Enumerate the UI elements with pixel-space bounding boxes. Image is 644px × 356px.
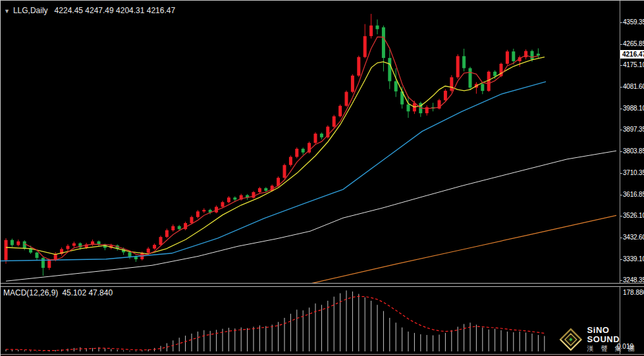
- current-price-badge: 4216.47: [620, 50, 644, 59]
- logo-name-label: SiNO SOUND: [587, 326, 644, 344]
- macd-axis-max-label: 178.886: [623, 289, 644, 296]
- chart-window: ▼LLG,Daily4224.45 4247.49 4204.31 4216.4…: [0, 0, 644, 356]
- ohlc-values-label: 4224.45 4247.49 4204.31 4216.47: [55, 6, 176, 15]
- price-axis-label: 4359.35: [623, 18, 644, 26]
- collapse-ohlc-icon[interactable]: ▼: [4, 8, 10, 14]
- price-axis-label: 3339.10: [623, 255, 644, 263]
- price-axis-label: 3526.10: [623, 212, 644, 220]
- price-axis-label: 3710.35: [623, 169, 644, 177]
- price-axis-label: 3432.60: [623, 234, 644, 242]
- macd-values-label: 45.102 47.840: [62, 288, 113, 297]
- price-axis-label: 4175.10: [623, 61, 644, 69]
- panel-splitter[interactable]: [1, 283, 644, 287]
- price-axis-label: 3616.85: [623, 191, 644, 199]
- price-axis-label: 4265.85: [623, 40, 644, 48]
- price-axis-label: 3897.35: [623, 126, 644, 134]
- price-axis-label: 3988.10: [623, 105, 644, 113]
- sino-sound-diamond-icon: [559, 328, 583, 351]
- chart-title-bar: ▼LLG,Daily4224.45 4247.49 4204.31 4216.4…: [4, 6, 175, 15]
- macd-label-row: MACD(12,26,9)45.102 47.840: [3, 288, 113, 297]
- symbol-period-label: LLG,Daily: [13, 6, 48, 15]
- price-axis-label: 4081.60: [623, 83, 644, 91]
- macd-indicator-label: MACD(12,26,9): [3, 288, 58, 297]
- macd-axis-min-label: 0.019: [617, 343, 633, 350]
- price-axis-label: 3803.85: [623, 147, 644, 155]
- main-chart[interactable]: [1, 1, 620, 284]
- logo-chinese-label: 漢 聲 集 團: [587, 344, 644, 353]
